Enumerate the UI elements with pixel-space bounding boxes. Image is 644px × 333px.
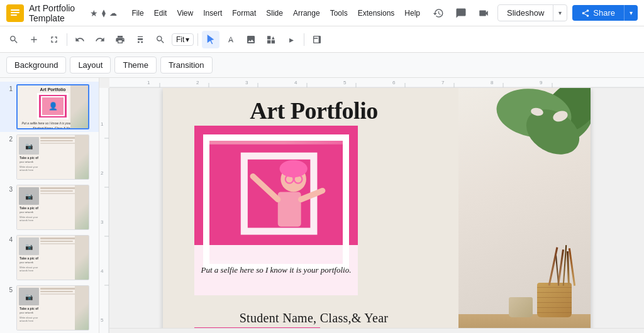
svg-text:7: 7	[441, 80, 445, 85]
svg-text:4: 4	[294, 80, 297, 85]
svg-text:5: 5	[343, 80, 347, 85]
slide-title[interactable]: Art Portfolio	[163, 97, 465, 124]
svg-rect-2	[11, 12, 19, 13]
menu-edit[interactable]: Edit	[150, 7, 172, 19]
horizontal-scrollbar[interactable]	[109, 328, 644, 333]
share-dropdown[interactable]: ▾	[625, 6, 638, 19]
slide-main[interactable]: Art Portfolio	[163, 88, 591, 333]
text-cursor-icon[interactable]	[222, 31, 240, 48]
slide-tools-bar: Background Layout Theme Transition	[0, 53, 644, 78]
slide-thumbnail-1: Art Portfolio 👤 Put a selfie here so I k…	[16, 84, 89, 129]
zoom-icon[interactable]	[152, 31, 169, 48]
slide-item-3[interactable]: 3 📷 Take a pic of your artwork	[0, 182, 99, 232]
svg-text:1: 1	[101, 121, 104, 127]
toolbar: Fit ▾ ▸	[0, 26, 644, 53]
menu-help[interactable]: Help	[400, 7, 425, 19]
screen-icon[interactable]	[45, 31, 63, 48]
svg-rect-3	[11, 14, 17, 16]
slide-number-4: 4	[5, 236, 13, 243]
caption-box[interactable]: Put a selfie here so I know it is your p…	[194, 245, 358, 295]
share-button[interactable]: Share ▾	[572, 5, 638, 21]
zoom-in-icon[interactable]	[25, 31, 43, 48]
plant-illustration	[458, 88, 591, 258]
selfie-frame[interactable]: Put a selfie here so I know it is your p…	[194, 126, 358, 295]
slide-number-3: 3	[5, 186, 13, 193]
background-button[interactable]: Background	[6, 57, 66, 74]
slide-number-1: 1	[5, 85, 13, 92]
shapes-icon[interactable]	[262, 31, 280, 48]
menu-insert[interactable]: Insert	[199, 7, 226, 19]
menu-file[interactable]: File	[127, 7, 148, 19]
main-content: 1 Art Portfolio 👤 Put a selfie here so I…	[0, 78, 644, 333]
slide-item-4[interactable]: 4 📷 Take a pic of your artwork	[0, 232, 99, 283]
share-label: Share	[593, 8, 615, 18]
ruler-horizontal: 1 2 3 4 5 6 7 8 9	[109, 78, 644, 88]
slide-thumbnail-4: 📷 Take a pic of your artwork Write about…	[16, 235, 89, 280]
slide-thumbnail-2: 📷 Take a pic of your artwork Write about…	[16, 134, 89, 180]
ruler-vertical: 1 2 3 4 5	[99, 88, 109, 333]
slideshow-button[interactable]: Slideshow ▾	[497, 4, 567, 21]
svg-text:6: 6	[392, 80, 396, 85]
svg-rect-44	[278, 192, 301, 226]
slide-item-2[interactable]: 2 📷 Take a pic of your artwork	[0, 132, 99, 182]
image-icon[interactable]	[242, 31, 260, 48]
slide-item-1[interactable]: 1 Art Portfolio 👤 Put a selfie here so I…	[0, 82, 99, 132]
divider-3	[304, 33, 304, 46]
svg-rect-1	[11, 9, 19, 11]
slide-canvas[interactable]: Art Portfolio	[109, 88, 644, 333]
canvas-area: 1 2 3 4 5 6 7 8 9	[99, 78, 644, 333]
star-icon[interactable]: ★	[90, 8, 98, 18]
zoom-selector[interactable]: Fit ▾	[172, 33, 194, 46]
history-icon[interactable]	[430, 4, 447, 22]
slide-item-5[interactable]: 5 📷 Take a pic of your artwork	[0, 283, 99, 333]
cloud-icon[interactable]: ☁	[109, 9, 117, 18]
slideshow-dropdown[interactable]: ▾	[553, 6, 567, 19]
transition-button[interactable]: Transition	[160, 57, 213, 74]
app-logo	[6, 4, 24, 22]
menu-arrange[interactable]: Arrange	[289, 7, 325, 19]
svg-text:4: 4	[101, 268, 104, 274]
title-icons: ★ ⧫ ☁	[90, 8, 117, 18]
layout-icon[interactable]	[308, 31, 326, 48]
lines-icon[interactable]: ▸	[282, 31, 300, 48]
title-bar: Art Portfolio Template ★ ⧫ ☁ File Edit V…	[0, 0, 644, 26]
svg-rect-40	[209, 145, 343, 260]
zoom-arrow-icon: ▾	[186, 35, 189, 44]
share-main[interactable]: Share	[572, 5, 625, 21]
menu-format[interactable]: Format	[228, 7, 260, 19]
svg-text:1: 1	[147, 80, 150, 85]
search-toolbar-icon[interactable]	[5, 31, 23, 48]
title-right: Slideshow ▾ Share ▾	[430, 4, 638, 22]
slide-number-5: 5	[5, 287, 13, 293]
svg-text:2: 2	[101, 170, 104, 176]
paint-format-icon[interactable]	[131, 31, 149, 48]
svg-text:9: 9	[540, 80, 543, 85]
menu-view[interactable]: View	[172, 7, 197, 19]
divider-2	[197, 33, 198, 46]
print-icon[interactable]	[111, 31, 129, 48]
drive-icon[interactable]: ⧫	[102, 9, 106, 18]
camera-icon[interactable]	[475, 4, 492, 22]
layout-button[interactable]: Layout	[70, 57, 111, 74]
undo-icon[interactable]	[71, 31, 89, 48]
slide-panel: 1 Art Portfolio 👤 Put a selfie here so I…	[0, 78, 99, 333]
student-name[interactable]: Student Name, Class,& Year	[163, 311, 465, 325]
svg-point-43	[280, 160, 308, 178]
menu-bar: File Edit View Insert Format Slide Arran…	[127, 7, 425, 19]
slide-number-2: 2	[5, 136, 13, 143]
menu-extensions[interactable]: Extensions	[353, 7, 399, 19]
slideshow-main[interactable]: Slideshow	[498, 5, 553, 21]
menu-tools[interactable]: Tools	[326, 7, 352, 19]
redo-icon[interactable]	[91, 31, 109, 48]
divider-1	[67, 33, 67, 46]
menu-slide[interactable]: Slide	[262, 7, 287, 19]
svg-text:3: 3	[245, 80, 248, 85]
slide-thumbnail-3: 📷 Take a pic of your artwork Write about…	[16, 185, 89, 230]
app-title: Art Portfolio Template	[29, 3, 84, 23]
theme-button[interactable]: Theme	[114, 57, 156, 74]
select-cursor-icon[interactable]	[202, 31, 219, 48]
svg-text:5: 5	[101, 317, 104, 323]
chat-icon[interactable]	[452, 4, 470, 22]
svg-text:8: 8	[491, 80, 494, 85]
zoom-label: Fit	[176, 35, 184, 44]
